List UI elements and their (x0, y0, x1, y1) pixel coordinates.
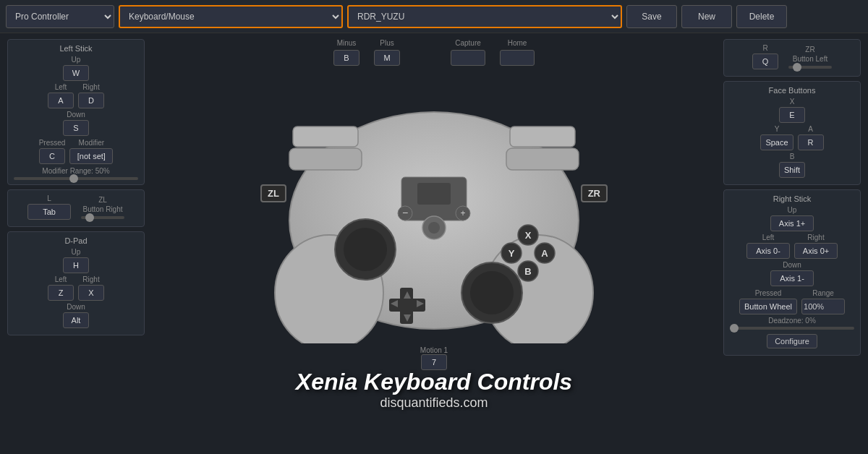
motion-section: Motion 1 7 (420, 346, 448, 370)
svg-text:X: X (525, 230, 532, 241)
center-panel: Minus B Plus M Capture Home ZL ZR (152, 33, 716, 454)
right-stick-pressed-label: Pressed (755, 289, 782, 297)
face-y-label: Y (775, 125, 780, 133)
svg-point-14 (470, 271, 514, 314)
left-stick-pressed-label: Pressed (39, 139, 66, 147)
right-stick-pressed-key[interactable]: Button Wheel (739, 299, 797, 314)
minus-key[interactable]: B (333, 50, 359, 66)
capture-key[interactable] (451, 50, 485, 66)
svg-text:−: − (402, 207, 408, 218)
l-button-title: L (47, 194, 51, 202)
dpad-down-label: Down (67, 303, 85, 311)
zr-button-title: ZR (805, 46, 814, 53)
motion-key[interactable]: 7 (421, 354, 447, 370)
right-stick-left-label: Left (762, 234, 775, 241)
left-stick-left-key[interactable]: A (48, 93, 74, 108)
controller-image: ZL ZR (246, 69, 622, 343)
right-stick-down-label: Down (783, 261, 801, 269)
new-button[interactable]: New (681, 5, 732, 28)
face-b-label: B (790, 153, 795, 160)
delete-button[interactable]: Delete (736, 5, 787, 28)
right-stick-right-label: Right (807, 234, 824, 241)
dpad-right-label: Right (82, 275, 99, 283)
modifier-range-label: Modifier Range: 50% (42, 167, 109, 175)
left-stick-group: Left Stick Up W Left A Right D D (7, 39, 145, 185)
svg-text:+: + (460, 208, 465, 218)
dpad-up-label: Up (72, 248, 81, 256)
motion-label: Motion 1 (420, 346, 448, 354)
svg-rect-10 (417, 183, 451, 205)
right-stick-left-key[interactable]: Axis 0- (746, 243, 790, 259)
svg-point-9 (428, 222, 440, 234)
zl-badge: ZL (260, 184, 286, 202)
right-stick-right-key[interactable]: Axis 0+ (794, 243, 838, 259)
minus-group: Minus B (333, 39, 359, 66)
home-label: Home (508, 39, 527, 47)
right-stick-down-key[interactable]: Axis 1- (770, 270, 814, 286)
left-stick-title: Left Stick (14, 44, 138, 53)
deadzone-label: Deadzone: 0% (768, 317, 816, 325)
svg-point-12 (344, 228, 387, 271)
dpad-left-key[interactable]: Z (48, 285, 74, 301)
top-bar: Pro Controller Keyboard/Mouse RDR_YUZU S… (0, 0, 868, 33)
svg-text:B: B (524, 266, 531, 277)
left-stick-pressed-key[interactable]: C (39, 148, 65, 164)
left-stick-up-key[interactable]: W (63, 65, 89, 81)
right-stick-up-label: Up (788, 206, 797, 214)
left-stick-right-label: Right (82, 83, 99, 91)
plus-key[interactable]: M (374, 50, 400, 66)
right-stick-range-label: Range (812, 289, 833, 297)
controller-select[interactable]: Pro Controller (6, 5, 114, 28)
r-button-key[interactable]: Q (752, 53, 778, 69)
svg-rect-4 (506, 148, 579, 170)
profile-select[interactable]: RDR_YUZU (347, 5, 622, 28)
face-a-key[interactable]: R (798, 134, 824, 150)
left-stick-modifier-key[interactable]: [not set] (69, 148, 113, 164)
left-stick-down-key[interactable]: S (63, 120, 89, 136)
center-top-buttons: Minus B Plus M Capture Home (333, 33, 535, 69)
svg-rect-3 (289, 148, 362, 170)
right-stick-up-key[interactable]: Axis 1+ (770, 215, 814, 231)
dpad-title: D-Pad (14, 236, 138, 245)
zl-button-label: Button Right (82, 205, 122, 213)
dpad-down-key[interactable]: Alt (63, 312, 89, 328)
zr-button-label: Button Left (793, 55, 827, 63)
left-stick-left-label: Left (55, 83, 67, 91)
range-row (801, 299, 845, 314)
zl-button-title: ZL (98, 196, 107, 204)
deadzone-slider[interactable] (730, 327, 854, 330)
face-buttons-title: Face Buttons (730, 86, 854, 95)
modifier-range-slider[interactable] (14, 177, 138, 180)
plus-group: Plus M (374, 39, 400, 66)
dpad-right-key[interactable]: X (78, 285, 104, 301)
configure-button[interactable]: Configure (767, 334, 817, 348)
face-x-key[interactable]: E (779, 107, 805, 123)
r-button-title: R (762, 44, 767, 52)
left-stick-down-label: Down (67, 111, 85, 119)
zl-slider[interactable] (81, 216, 124, 219)
capture-group: Capture (451, 39, 485, 66)
plus-label: Plus (380, 39, 393, 47)
right-stick-group: Right Stick Up Axis 1+ Left Axis 0- Righ… (723, 189, 861, 356)
right-panel: R Q ZR Button Left Face Buttons X E (716, 33, 868, 454)
face-y-key[interactable]: Space (760, 134, 793, 150)
zr-slider[interactable] (788, 66, 832, 69)
watermark-url: disquantifieds.com (296, 395, 572, 411)
svg-rect-6 (510, 127, 575, 147)
l-button-key[interactable]: Tab (27, 204, 71, 220)
face-b-key[interactable]: Shift (779, 162, 805, 178)
left-panel: Left Stick Up W Left A Right D D (0, 33, 152, 454)
capture-label: Capture (455, 39, 481, 47)
home-key[interactable] (500, 50, 535, 66)
watermark-title: Xenia Keyboard Controls (296, 369, 572, 395)
left-stick-modifier-label: Modifier (79, 139, 105, 147)
dpad-up-key[interactable]: H (63, 257, 89, 273)
left-stick-up-label: Up (72, 56, 81, 64)
save-button[interactable]: Save (626, 5, 677, 28)
left-stick-right-key[interactable]: D (78, 93, 104, 108)
svg-rect-5 (293, 127, 358, 147)
face-a-label: A (808, 125, 813, 133)
range-value[interactable] (801, 299, 845, 314)
input-select[interactable]: Keyboard/Mouse (119, 5, 343, 28)
face-x-label: X (790, 98, 795, 106)
